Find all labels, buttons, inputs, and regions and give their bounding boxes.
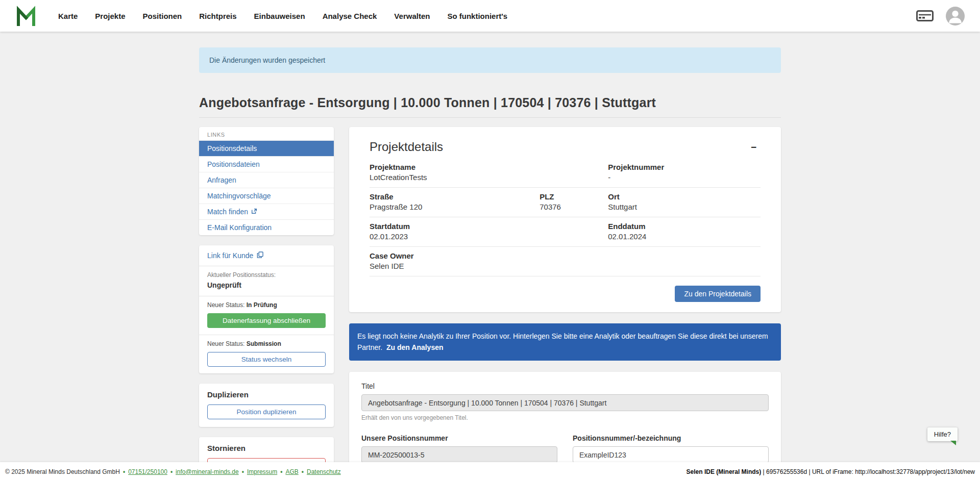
mineral-minds-logo-icon[interactable] <box>15 5 37 27</box>
top-navigation-bar: Karte Projekte Positionen Richtpreis Ein… <box>0 0 980 32</box>
next-status-value-2: Submission <box>247 340 281 347</box>
footer: © 2025 Mineral Minds Deutschland GmbH • … <box>0 462 980 481</box>
project-row-1: Projektname LotCreationTests Projektnumm… <box>370 158 761 188</box>
our-number-input <box>361 446 557 463</box>
nav-item-positionen[interactable]: Positionen <box>143 12 182 20</box>
next-status-section-1: Neuer Status: In Prüfung Datenerfassung … <box>199 296 334 335</box>
main-column: Projektdetails − Projektname LotCreation… <box>349 127 781 481</box>
sidebar-item-positionsdateien[interactable]: Positionsdateien <box>199 156 334 172</box>
links-header: LINKS <box>199 127 334 140</box>
current-status-section: Aktueller Positionsstatus: Ungeprüft <box>199 266 334 296</box>
current-status-value: Ungeprüft <box>207 281 326 289</box>
nav-item-einbauweisen[interactable]: Einbauweisen <box>254 12 305 20</box>
bullet-separator: • <box>280 468 282 475</box>
project-row-2: Straße Pragstraße 120 PLZ 70376 Ort Stut… <box>370 188 761 217</box>
next-status-prefix: Neuer Status: <box>207 301 244 309</box>
copy-icon <box>257 251 263 260</box>
footer-email-link[interactable]: info@mineral-minds.de <box>176 468 239 475</box>
field-startdatum: Startdatum 02.01.2023 <box>370 222 608 241</box>
collapse-icon[interactable]: − <box>747 142 761 152</box>
titel-input <box>361 394 769 411</box>
server-icon[interactable] <box>916 10 934 21</box>
bullet-separator: • <box>170 468 173 475</box>
sidebar-item-positionsdetails[interactable]: Positionsdetails <box>199 140 334 156</box>
footer-left: © 2025 Mineral Minds Deutschland GmbH • … <box>5 468 341 475</box>
nav-item-verwalten[interactable]: Verwalten <box>394 12 430 20</box>
analytics-banner: Es liegt noch keine Analytik zu Ihrer Po… <box>349 323 781 361</box>
field-case-owner: Case Owner Selen IDE <box>370 251 761 270</box>
status-card: Link für Kunde Aktueller Positionsstatus… <box>199 245 334 373</box>
next-status-section-2: Neuer Status: Submission Status wechseln <box>199 335 334 373</box>
match-finden-label: Match finden <box>207 208 248 216</box>
content-layout: LINKS Positionsdetails Positionsdateien … <box>199 127 781 481</box>
cancel-title: Stornieren <box>207 444 326 452</box>
duplicate-title: Duplizieren <box>207 390 326 399</box>
page-title: Angebotsanfrage - Entsorgung | 10.000 To… <box>199 95 781 118</box>
sidebar-item-email-konfiguration[interactable]: E-Mail Konfiguration <box>199 219 334 235</box>
field-enddatum: Enddatum 02.01.2024 <box>608 222 761 241</box>
project-details-actions: Zu den Projektdetails <box>370 286 761 302</box>
sidebar-item-matchingvorschlaege[interactable]: Matchingvorschläge <box>199 188 334 204</box>
field-projektnummer: Projektnummer - <box>608 163 761 182</box>
nav-item-so-funktionierts[interactable]: So funktioniert's <box>447 12 507 20</box>
analytics-link[interactable]: Zu den Analysen <box>386 343 444 351</box>
sidebar: LINKS Positionsdetails Positionsdateien … <box>199 127 334 480</box>
sidebar-item-match-finden[interactable]: Match finden <box>199 204 334 219</box>
help-button[interactable]: Hilfe? <box>927 427 958 441</box>
nav-item-analyse-check[interactable]: Analyse Check <box>323 12 377 20</box>
next-status-line-2: Neuer Status: Submission <box>207 340 326 347</box>
position-number-input[interactable] <box>573 446 769 463</box>
current-status-label: Aktueller Positionsstatus: <box>207 271 326 279</box>
footer-datenschutz-link[interactable]: Datenschutz <box>307 468 341 475</box>
duplicate-card: Duplizieren Position duplizieren <box>199 384 334 427</box>
footer-user: Selen IDE (Mineral Minds) <box>687 468 762 475</box>
sidebar-item-anfragen[interactable]: Anfragen <box>199 172 334 188</box>
field-projektname: Projektname LotCreationTests <box>370 163 608 182</box>
go-to-project-details-button[interactable]: Zu den Projektdetails <box>675 286 761 302</box>
field-plz: PLZ 70376 <box>540 192 608 211</box>
bullet-separator: • <box>242 468 244 475</box>
next-status-line-1: Neuer Status: In Prüfung <box>207 301 326 309</box>
titel-helper: Erhält den von uns vorgegebenen Titel. <box>361 414 769 421</box>
user-avatar[interactable] <box>946 7 965 26</box>
project-details-card: Projektdetails − Projektname LotCreation… <box>349 127 781 312</box>
footer-right: Selen IDE (Mineral Minds) | 69576255536d… <box>687 468 975 475</box>
main-nav: Karte Projekte Positionen Richtpreis Ein… <box>58 12 507 20</box>
project-row-4: Case Owner Selen IDE <box>370 247 761 276</box>
copyright-text: © 2025 Mineral Minds Deutschland GmbH <box>5 468 120 475</box>
duplicate-position-button[interactable]: Position duplizieren <box>207 404 326 419</box>
bullet-separator: • <box>302 468 304 475</box>
bullet-separator: • <box>123 468 125 475</box>
links-card: LINKS Positionsdetails Positionsdateien … <box>199 127 334 235</box>
customer-link-label: Link für Kunde <box>207 251 253 260</box>
field-strasse: Straße Pragstraße 120 <box>370 192 540 211</box>
switch-status-button[interactable]: Status wechseln <box>207 352 326 367</box>
external-link-icon <box>251 208 257 216</box>
next-status-value-1: In Prüfung <box>247 301 277 309</box>
footer-session-info: | 69576255536d | URL of iFrame: http://l… <box>761 468 975 475</box>
project-details-title: Projektdetails <box>370 140 443 154</box>
footer-impressum-link[interactable]: Impressum <box>247 468 277 475</box>
project-details-header: Projektdetails − <box>370 140 761 154</box>
appbar-right <box>916 7 965 26</box>
field-ort: Ort Stuttgart <box>608 192 761 211</box>
footer-phone-link[interactable]: 07151/250100 <box>128 468 167 475</box>
saved-success-alert: Die Änderungen wurden gespeichert <box>199 47 781 73</box>
position-number-label: Positionsnummer/-bezeichnung <box>573 434 769 442</box>
nav-item-richtpreis[interactable]: Richtpreis <box>199 12 236 20</box>
nav-item-projekte[interactable]: Projekte <box>95 12 125 20</box>
next-status-prefix: Neuer Status: <box>207 340 244 347</box>
our-number-label: Unsere Positionsnummer <box>361 434 557 442</box>
main-content: Die Änderungen wurden gespeichert Angebo… <box>199 32 781 481</box>
titel-label: Titel <box>361 382 769 390</box>
nav-item-karte[interactable]: Karte <box>58 12 78 20</box>
footer-agb-link[interactable]: AGB <box>285 468 298 475</box>
customer-link[interactable]: Link für Kunde <box>199 245 334 266</box>
complete-data-entry-button[interactable]: Datenerfassung abschließen <box>207 313 326 328</box>
project-row-3: Startdatum 02.01.2023 Enddatum 02.01.202… <box>370 217 761 247</box>
